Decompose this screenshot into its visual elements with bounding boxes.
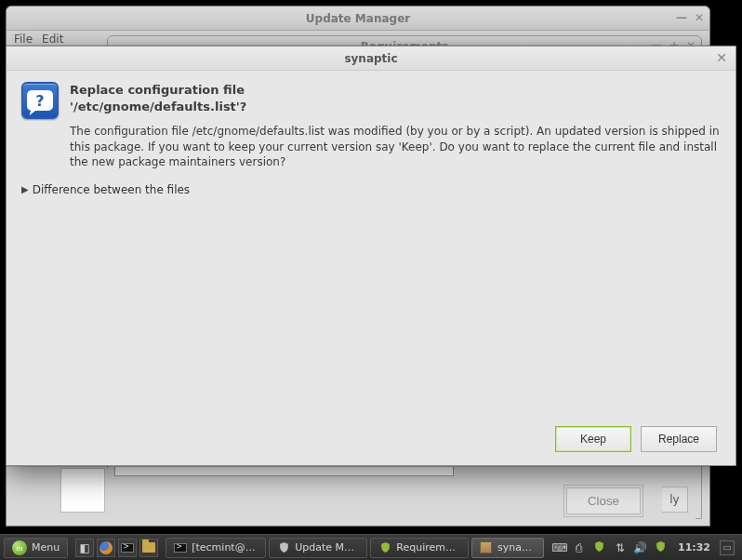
task-label: Requirements <box>396 541 460 553</box>
terminal-icon[interactable] <box>118 539 137 557</box>
synaptic-title: synaptic <box>344 52 397 65</box>
difference-expander[interactable]: ▶ Difference between the files <box>21 183 721 196</box>
update-manager-titlebar[interactable]: Update Manager — ✕ <box>7 7 709 31</box>
task-update-manager[interactable]: Update Man... <box>269 538 367 558</box>
close-button[interactable]: Close <box>566 487 641 514</box>
question-icon: ? <box>21 82 59 119</box>
shield-icon <box>378 541 391 554</box>
task-terminal[interactable]: [tecmint@te... <box>166 538 266 558</box>
replace-button[interactable]: Replace <box>641 426 717 452</box>
firefox-icon[interactable] <box>97 539 115 557</box>
shield-icon <box>277 541 290 554</box>
network-icon[interactable]: ⇅ <box>613 541 628 554</box>
terminal-icon <box>174 541 187 554</box>
volume-icon[interactable]: 🔊 <box>633 541 648 554</box>
show-desktop-icon[interactable]: ▭ <box>720 540 735 555</box>
task-label: Update Man... <box>295 541 359 553</box>
synaptic-dialog-body: ? Replace configuration file '/etc/gnome… <box>7 71 735 465</box>
chevron-right-icon: ▶ <box>21 184 29 194</box>
task-buttons: [tecmint@te... Update Man... Requirement… <box>166 538 544 558</box>
close-icon[interactable]: ✕ <box>715 51 728 64</box>
dialog-button-row: Keep Replace <box>21 417 721 458</box>
dialog-description: The configuration file /etc/gnome/defaul… <box>70 124 721 170</box>
progress-bar <box>114 467 454 476</box>
partial-button-fragment[interactable]: ly <box>662 487 688 513</box>
update-shield-icon[interactable] <box>592 540 607 555</box>
battery-icon[interactable] <box>654 540 669 555</box>
minimize-icon[interactable]: — <box>676 11 687 24</box>
expander-label: Difference between the files <box>33 183 190 196</box>
dialog-heading-line1: Replace configuration file <box>70 82 721 99</box>
task-label: synaptic <box>497 541 536 553</box>
synaptic-titlebar[interactable]: synaptic ✕ <box>7 47 735 71</box>
update-manager-title: Update Manager <box>306 12 410 25</box>
requirements-bottom-area: Close ly <box>51 468 696 520</box>
system-tray: ⌨ ⎙ ⇅ 🔊 11:32 ▭ <box>548 540 738 555</box>
keep-button[interactable]: Keep <box>555 426 631 452</box>
quick-launch: ◧ <box>72 539 162 557</box>
question-mark-glyph: ? <box>35 92 44 110</box>
usb-icon[interactable]: ⎙ <box>572 541 587 554</box>
file-manager-icon[interactable] <box>139 539 158 557</box>
package-icon <box>480 541 493 554</box>
synaptic-dialog: synaptic ✕ ? Replace configuration file … <box>6 46 736 466</box>
task-label: [tecmint@te... <box>192 541 258 553</box>
dialog-heading-line2: '/etc/gnome/defaults.list'? <box>70 99 721 115</box>
package-icon-placeholder <box>60 468 105 513</box>
taskbar: m Menu ◧ [tecmint@te... Update Man... Re… <box>0 534 742 560</box>
dialog-heading: Replace configuration file '/etc/gnome/d… <box>70 82 721 170</box>
start-menu-label: Menu <box>32 541 60 553</box>
close-icon[interactable]: ✕ <box>695 11 704 24</box>
show-desktop-icon[interactable]: ◧ <box>75 539 94 557</box>
task-requirements[interactable]: Requirements <box>370 538 469 558</box>
close-button-frame: Close <box>563 485 643 517</box>
task-synaptic[interactable]: synaptic <box>471 538 544 558</box>
mint-logo-icon: m <box>12 540 27 555</box>
keyboard-icon[interactable]: ⌨ <box>551 541 566 554</box>
clock[interactable]: 11:32 <box>674 541 714 553</box>
start-menu-button[interactable]: m Menu <box>4 538 68 558</box>
